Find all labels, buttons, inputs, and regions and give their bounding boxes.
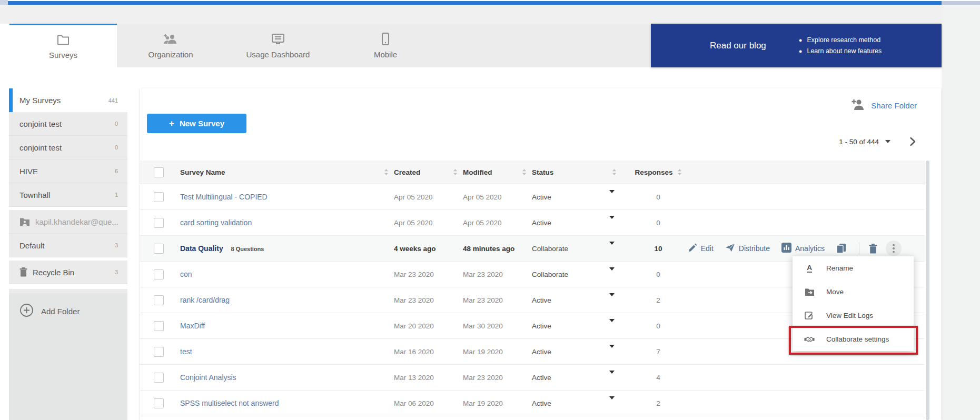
row-checkbox[interactable] [154,192,164,202]
folder-icon [57,33,70,46]
blog-banner[interactable]: Read our blog ● Explore research method … [651,24,942,67]
new-survey-button[interactable]: + New Survey [147,114,246,133]
survey-name-link[interactable]: test [180,347,192,356]
sidebar-item-conjoint-test-1[interactable]: conjoint test 0 [9,112,127,136]
delete-survey-icon[interactable] [869,244,877,254]
sidebar-item-shared-folder[interactable]: kapil.khandekar@que... [9,210,127,234]
responses-cell: 2 [630,399,686,407]
page-range-dropdown[interactable]: 1 - 50 of 444 [839,138,890,146]
responses-cell: 10 [630,245,686,253]
row-checkbox[interactable] [154,244,164,254]
row-checkbox[interactable] [154,347,164,357]
distribute-button[interactable]: Distribute [725,243,770,254]
sidebar-item-townhall[interactable]: Townhall 1 [9,183,127,207]
row-checkbox[interactable] [154,321,164,331]
sidebar-item-recycle-bin[interactable]: Recycle Bin 3 [9,261,127,284]
row-checkbox[interactable] [154,398,164,408]
survey-name-link[interactable]: SPSS multiselect not answerd [180,399,279,407]
status-dropdown-icon[interactable] [609,396,615,407]
status-dropdown-icon[interactable] [609,345,615,356]
status-dropdown-icon[interactable] [609,319,615,330]
more-options-button[interactable] [886,241,902,256]
tab-label: Mobile [374,50,397,59]
blog-banner-title[interactable]: Read our blog [710,41,766,51]
status-value[interactable]: Active [532,296,609,304]
share-person-icon [851,99,865,112]
app-window: Surveys Organization Usage Dashboard Mob… [0,0,980,420]
created-cell: 4 weeks ago [394,245,463,253]
status-dropdown-icon[interactable] [609,267,615,278]
status-value[interactable]: Active [532,399,609,407]
sidebar-item-my-surveys[interactable]: My Surveys 441 [9,88,127,112]
status-value[interactable]: Active [532,348,609,356]
edit-button[interactable]: Edit [688,243,714,254]
table-row[interactable]: Conjoint Analysis Mar 13 2020 Mar 23 202… [140,365,925,391]
folder-count: 3 [115,242,118,248]
tab-mobile[interactable]: Mobile [332,24,439,67]
status-dropdown-icon[interactable] [609,242,615,253]
sort-icon[interactable] [677,168,682,176]
created-cell: Mar 16 2020 [394,348,463,356]
modified-cell: Mar 23 2020 [463,374,532,382]
survey-name-link[interactable]: card sorting validation [180,218,252,227]
sort-icon[interactable] [612,168,617,176]
status-value[interactable]: Active [532,374,609,382]
status-dropdown-icon[interactable] [609,190,615,201]
table-row[interactable]: SPSS multiselect not answerd Mar 06 2020… [140,391,925,416]
add-folder-button[interactable]: Add Folder [9,293,127,329]
sidebar-group-divider [9,284,127,289]
sidebar-bottom-section: Add Folder [9,293,127,420]
table-row[interactable]: Test Multilingual - COPIED Apr 05 2020 A… [140,184,925,210]
copy-survey-icon[interactable] [836,243,846,254]
right-page-margin [942,5,980,420]
table-scrollbar[interactable] [926,161,929,420]
status-dropdown-icon[interactable] [609,371,615,382]
select-all-checkbox[interactable] [154,167,164,177]
survey-name-link[interactable]: Data Quality [180,244,223,253]
status-value[interactable]: Active [532,193,609,201]
table-row[interactable]: card sorting validation Apr 05 2020 Apr … [140,210,925,236]
sort-icon[interactable] [522,168,527,176]
red-highlight-box [789,326,918,355]
plus-icon: + [169,118,174,129]
next-page-button[interactable] [909,137,916,146]
responses-cell: 4 [630,374,686,382]
menu-item-rename[interactable]: A Rename [793,256,914,280]
dashboard-card-icon [271,33,285,45]
survey-name-link[interactable]: Conjoint Analysis [180,373,236,382]
modified-cell: Apr 05 2020 [463,219,532,227]
folder-count: 6 [115,168,118,174]
row-checkbox[interactable] [154,295,164,305]
status-dropdown-icon[interactable] [609,216,615,227]
tab-surveys[interactable]: Surveys [9,24,117,67]
sidebar-item-default[interactable]: Default 3 [9,234,127,257]
pagination: 1 - 50 of 444 [839,137,916,146]
survey-name-link[interactable]: rank /card/drag [180,296,230,304]
status-value[interactable]: Collaborate [532,245,609,253]
status-value[interactable]: Collaborate [532,271,609,278]
sidebar-item-conjoint-test-2[interactable]: conjoint test 0 [9,136,127,159]
status-value[interactable]: Active [532,219,609,227]
sidebar-item-hive[interactable]: HIVE 6 [9,159,127,183]
menu-item-move[interactable]: Move [793,280,914,304]
survey-name-link[interactable]: con [180,270,192,278]
survey-name-link[interactable]: MaxDiff [180,322,205,330]
row-checkbox[interactable] [154,218,164,228]
survey-name-link[interactable]: Test Multilingual - COPIED [180,193,268,201]
sort-icon[interactable] [384,168,389,176]
sort-icon[interactable] [453,168,458,176]
share-folder-button[interactable]: Share Folder [851,99,917,112]
status-dropdown-icon[interactable] [609,293,615,304]
row-checkbox[interactable] [154,373,164,383]
tab-organization[interactable]: Organization [117,24,224,67]
trash-icon [19,267,27,277]
row-checkbox[interactable] [154,269,164,279]
modified-cell: Mar 23 2020 [463,296,532,304]
status-value[interactable]: Active [532,322,609,330]
tab-usage-dashboard[interactable]: Usage Dashboard [224,24,332,67]
bullet-dot: ● [799,37,803,43]
folder-sidebar: My Surveys 441 conjoint test 0 conjoint … [9,88,127,420]
responses-cell: 7 [630,348,686,356]
analytics-button[interactable]: Analytics [781,243,825,254]
menu-item-view-edit-logs[interactable]: View Edit Logs [793,304,914,327]
